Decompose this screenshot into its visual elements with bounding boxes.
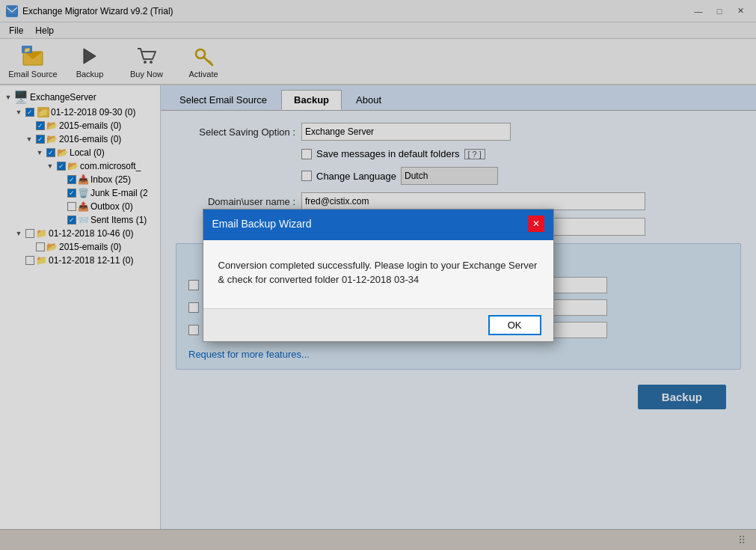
- modal-message: Conversion completed successfully. Pleas…: [218, 258, 538, 287]
- modal-dialog: Email Backup Wizard ✕ Conversion complet…: [203, 209, 554, 342]
- modal-overlay: Email Backup Wizard ✕ Conversion complet…: [0, 0, 756, 550]
- modal-title: Email Backup Wizard: [212, 218, 312, 230]
- modal-title-bar: Email Backup Wizard ✕: [203, 210, 553, 238]
- modal-close-button[interactable]: ✕: [528, 216, 544, 232]
- modal-ok-button[interactable]: OK: [488, 315, 541, 335]
- modal-body: Conversion completed successfully. Pleas…: [203, 238, 553, 308]
- modal-footer: OK: [203, 308, 553, 341]
